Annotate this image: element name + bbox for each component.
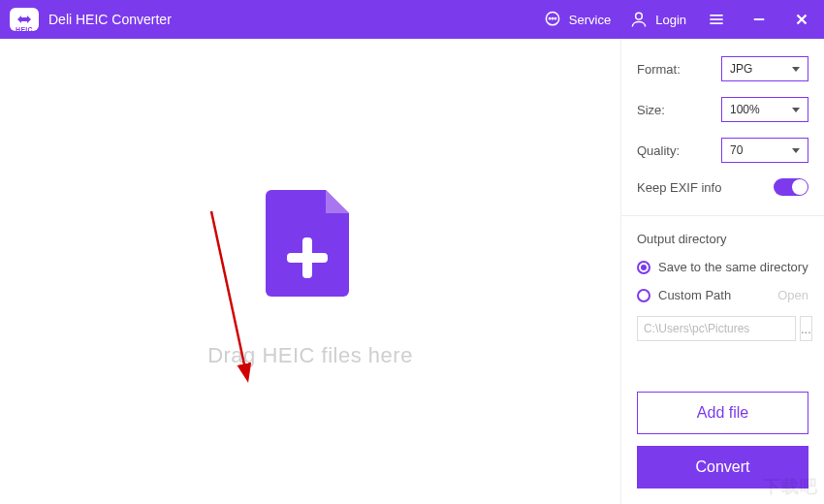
chat-icon	[542, 9, 563, 30]
exif-row: Keep EXIF info	[637, 178, 808, 196]
svg-rect-12	[287, 253, 328, 263]
add-file-icon	[262, 184, 359, 304]
custom-path-label: Custom Path	[658, 288, 731, 302]
minimize-button[interactable]	[746, 9, 772, 30]
add-file-button[interactable]: Add file	[637, 392, 808, 434]
app-logo: HEIC	[10, 8, 39, 31]
radio-custom-path[interactable]: Custom Path Open	[637, 288, 808, 302]
open-link[interactable]: Open	[777, 288, 808, 302]
drop-hint-text: Drag HEIC files here	[207, 343, 413, 368]
title-bar: HEIC Deli HEIC Converter Service Login	[0, 0, 824, 39]
hamburger-icon	[706, 9, 727, 30]
radio-icon	[637, 289, 650, 302]
main-area: Drag HEIC files here Format: JPG Size: 1…	[0, 39, 824, 504]
path-row: ...	[637, 316, 808, 341]
divider	[621, 215, 824, 216]
format-label: Format:	[637, 62, 681, 77]
format-row: Format: JPG	[637, 56, 808, 81]
browse-button[interactable]: ...	[800, 316, 812, 341]
chevron-down-icon	[792, 108, 800, 112]
quality-select[interactable]: 70	[721, 138, 808, 163]
logo-text: HEIC	[10, 26, 39, 33]
exif-label: Keep EXIF info	[637, 180, 721, 195]
menu-button[interactable]	[704, 9, 729, 30]
size-row: Size: 100%	[637, 97, 808, 122]
format-value: JPG	[730, 62, 752, 76]
close-button[interactable]	[789, 9, 814, 30]
toggle-knob	[792, 179, 808, 195]
quality-label: Quality:	[637, 143, 680, 158]
size-value: 100%	[730, 103, 760, 116]
output-section-label: Output directory	[637, 232, 808, 246]
chevron-down-icon	[792, 148, 800, 153]
user-icon	[628, 9, 650, 30]
svg-point-4	[636, 13, 643, 19]
chevron-down-icon	[792, 67, 800, 72]
format-select[interactable]: JPG	[721, 56, 808, 81]
service-button[interactable]: Service	[542, 9, 611, 30]
login-label: Login	[655, 13, 686, 27]
output-path-input[interactable]	[637, 316, 796, 341]
exif-toggle[interactable]	[774, 178, 808, 196]
convert-button[interactable]: Convert	[637, 446, 808, 488]
svg-point-1	[549, 18, 550, 19]
minimize-icon	[748, 9, 770, 30]
svg-point-2	[552, 18, 553, 19]
svg-point-3	[555, 18, 555, 19]
service-label: Service	[569, 13, 611, 27]
radio-icon	[637, 261, 650, 274]
drop-zone[interactable]: Drag HEIC files here	[0, 39, 620, 504]
close-icon	[791, 9, 812, 30]
size-label: Size:	[637, 103, 665, 117]
app-title: Deli HEIC Converter	[48, 12, 542, 27]
size-select[interactable]: 100%	[721, 97, 808, 122]
radio-same-directory[interactable]: Save to the same directory	[637, 260, 808, 274]
login-button[interactable]: Login	[628, 9, 686, 30]
quality-value: 70	[730, 143, 743, 157]
title-right-group: Service Login	[542, 9, 814, 30]
quality-row: Quality: 70	[637, 138, 808, 163]
same-dir-label: Save to the same directory	[658, 260, 808, 274]
settings-panel: Format: JPG Size: 100% Quality: 70 Keep …	[620, 39, 824, 504]
